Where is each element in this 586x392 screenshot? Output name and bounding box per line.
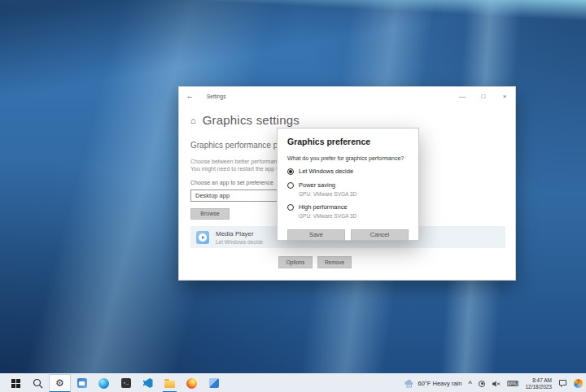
radio-icon[interactable] <box>287 204 294 211</box>
window-title: Settings <box>207 94 226 99</box>
radio-option-high-performance[interactable]: High performance <box>287 203 409 211</box>
taskbar-clock[interactable]: 8:47 AM 12/18/2023 <box>525 377 552 390</box>
radio-label: Power saving <box>299 181 335 189</box>
taskbar: ⚙ ›_ <box>0 373 586 392</box>
clock-date: 12/18/2023 <box>525 384 552 390</box>
dialog-question: What do you prefer for graphics performa… <box>287 155 409 161</box>
app-name: Media Player <box>216 230 263 237</box>
radio-option-let-windows-decide[interactable]: Let Windows decide <box>287 168 409 175</box>
app-preference: Let Windows decide <box>216 239 263 245</box>
record-status-icon[interactable] <box>479 381 485 387</box>
graphics-preference-dialog: Graphics preference What do you prefer f… <box>277 128 419 241</box>
radio-label: Let Windows decide <box>299 168 353 175</box>
app-type-value: Desktop app <box>195 192 230 199</box>
maximize-button[interactable]: □ <box>473 87 494 105</box>
weather-text: 60°F Heavy rain <box>418 380 461 387</box>
taskbar-firefox-button[interactable] <box>181 374 203 392</box>
cancel-button[interactable]: Cancel <box>351 229 409 241</box>
home-icon[interactable]: ⌂ <box>190 115 196 125</box>
folder-icon <box>164 381 175 388</box>
close-button[interactable]: × <box>494 87 515 105</box>
speaker-muted-icon[interactable] <box>492 380 501 388</box>
radio-icon[interactable] <box>287 182 294 189</box>
vscode-icon <box>143 378 153 388</box>
weather-widget[interactable]: 60°F Heavy rain <box>404 379 461 389</box>
radio-icon[interactable] <box>287 168 294 175</box>
back-button[interactable]: ← <box>179 92 200 100</box>
gpu-info-high-performance: GPU: VMware SVGA 3D <box>299 213 409 219</box>
play-icon <box>202 236 205 239</box>
gpu-info-power-saving: GPU: VMware SVGA 3D <box>299 191 409 197</box>
dialog-title: Graphics preference <box>287 137 409 146</box>
hidden-icons-chevron[interactable]: ^ <box>468 380 472 387</box>
taskbar-file-explorer-button[interactable] <box>159 374 181 392</box>
firefox-icon <box>186 378 197 389</box>
action-center-icon[interactable] <box>558 379 567 388</box>
terminal-icon: ›_ <box>121 378 131 388</box>
taskbar-edge-button[interactable] <box>93 374 115 392</box>
minimize-button[interactable]: — <box>452 87 473 105</box>
page-title: Graphics settings <box>203 113 300 127</box>
taskbar-terminal-button[interactable]: ›_ <box>115 374 137 392</box>
touch-keyboard-icon[interactable]: ⌨ <box>507 380 518 388</box>
start-button[interactable] <box>5 374 27 392</box>
taskbar-photos-button[interactable] <box>203 374 225 392</box>
edge-icon <box>98 378 109 389</box>
rain-cloud-icon <box>404 379 414 389</box>
remove-button[interactable]: Remove <box>317 256 352 268</box>
screen: ← Settings — □ × ⌂ Graphics settings Gra… <box>0 0 586 392</box>
taskbar-vscode-button[interactable] <box>137 374 159 392</box>
browse-button[interactable]: Browse <box>190 208 230 220</box>
photos-app-icon <box>209 378 219 388</box>
radio-label: High performance <box>299 203 348 211</box>
windows-logo-icon <box>11 379 20 388</box>
radio-option-power-saving[interactable]: Power saving <box>287 181 409 189</box>
save-button[interactable]: Save <box>287 229 345 241</box>
taskbar-search-button[interactable] <box>27 374 49 392</box>
mail-app-icon <box>77 378 87 388</box>
search-icon <box>33 378 43 389</box>
taskbar-mail-button[interactable] <box>71 374 93 392</box>
settings-titlebar[interactable]: ← Settings — □ × <box>179 87 515 105</box>
clock-time: 8:47 AM <box>525 377 552 384</box>
taskbar-settings-button[interactable]: ⚙ <box>49 374 71 392</box>
colorful-tray-icon[interactable] <box>574 379 583 388</box>
options-button[interactable]: Options <box>278 256 313 268</box>
gear-icon: ⚙ <box>55 378 64 388</box>
media-player-icon <box>196 231 209 244</box>
